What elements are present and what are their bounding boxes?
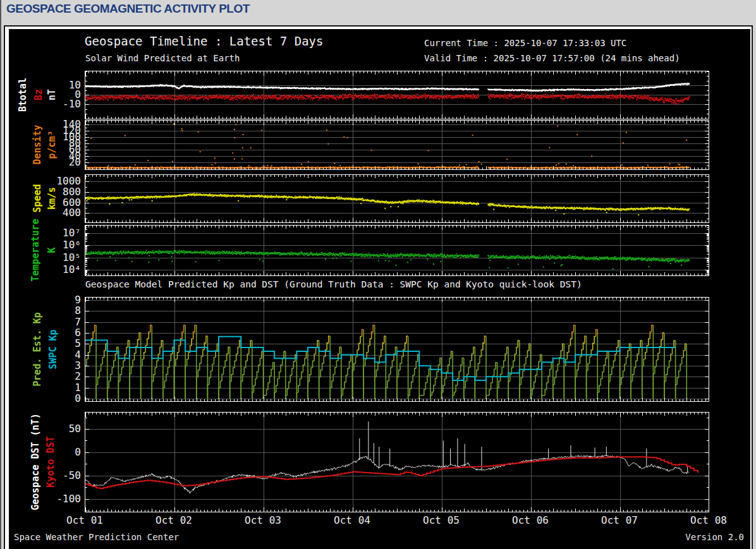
y-tick-label: 50	[9, 424, 81, 434]
axis-label-speed: Speed	[32, 184, 43, 212]
axis-label-b-field: Btotal	[17, 78, 28, 112]
x-tick-label: Oct 08	[690, 514, 727, 526]
page-title: GEOSPACE GEOMAGNETIC ACTIVITY PLOT	[6, 2, 250, 16]
panel-density-canvas	[85, 120, 709, 170]
axis-label-kp: SWPC Kp	[47, 329, 59, 369]
y-tick-label: 0	[9, 394, 81, 404]
y-tick-label: 10⁴	[9, 265, 81, 275]
axis-label-speed: km/s	[46, 187, 58, 210]
x-tick-label: Oct 02	[155, 514, 192, 526]
x-tick-label: Oct 06	[512, 514, 549, 526]
page: GEOSPACE GEOMAGNETIC ACTIVITY PLOT Geosp…	[0, 0, 756, 549]
y-tick-label: 6	[9, 328, 81, 338]
x-tick-label: Oct 05	[423, 514, 460, 526]
y-tick-label: 8	[9, 306, 81, 316]
axis-label-density: p/cm³	[46, 130, 58, 159]
x-tick-label: Oct 07	[601, 514, 638, 526]
y-tick-label: 800	[9, 187, 81, 197]
y-tick-label: 9	[9, 295, 81, 305]
y-tick-label: 10⁷	[9, 228, 81, 238]
y-tick-label: 400	[9, 208, 81, 218]
y-tick-label: 2	[9, 371, 81, 382]
y-tick-label: 10⁶	[9, 240, 81, 250]
y-tick-label: 3	[9, 361, 81, 371]
subtitle-solar-wind: Solar Wind Predicted at Earth	[85, 53, 240, 63]
axis-label-dst: Geospace DST (nT)	[30, 413, 41, 510]
kp-dst-section-title: Geospace Model Predicted Kp and DST (Gro…	[85, 279, 582, 289]
y-tick-label: 10⁵	[9, 253, 81, 263]
panel-b-field-canvas	[85, 71, 709, 119]
valid-time-label: Valid Time : 2025-10-07 17:57:00 (24 min…	[424, 53, 680, 63]
panel-dst-canvas	[85, 412, 709, 512]
axis-label-b-field: nT	[46, 89, 58, 100]
x-tick-label: Oct 01	[66, 514, 103, 526]
axis-label-temperature: Temperature	[30, 219, 41, 281]
x-tick-label: Oct 04	[334, 514, 370, 526]
plot-title: Geospace Timeline : Latest 7 Days	[85, 34, 324, 48]
y-tick-label: 1	[9, 383, 81, 393]
plot-frame: Geospace Timeline : Latest 7 Days Curren…	[4, 25, 753, 549]
y-tick-label: 4	[9, 350, 81, 360]
y-tick-label: 1000	[9, 176, 81, 186]
y-tick-label: 7	[9, 317, 81, 327]
y-tick-label: 600	[9, 198, 81, 208]
y-tick-label: 5	[9, 339, 81, 349]
axis-label-kp: Pred. Est. Kp	[32, 312, 43, 386]
plot-image: Geospace Timeline : Latest 7 Days Curren…	[9, 29, 750, 549]
current-time-label: Current Time : 2025-10-07 17:33:03 UTC	[424, 38, 626, 48]
footer-credit: Space Weather Prediction Center	[14, 532, 179, 542]
axis-label-temperature: K	[46, 247, 58, 253]
y-tick-label: 20	[9, 157, 81, 167]
axis-label-dst: Kyoto DST	[45, 436, 56, 487]
x-tick-label: Oct 03	[245, 514, 281, 526]
y-tick-label: -100	[9, 494, 81, 504]
panel-kp-canvas	[85, 297, 709, 402]
panel-speed-canvas	[85, 174, 709, 223]
axis-label-density: Density	[32, 124, 43, 164]
footer-version: Version 2.0	[685, 532, 744, 542]
axis-label-b-field: Bz	[33, 89, 44, 100]
panel-temperature-canvas	[85, 225, 709, 276]
